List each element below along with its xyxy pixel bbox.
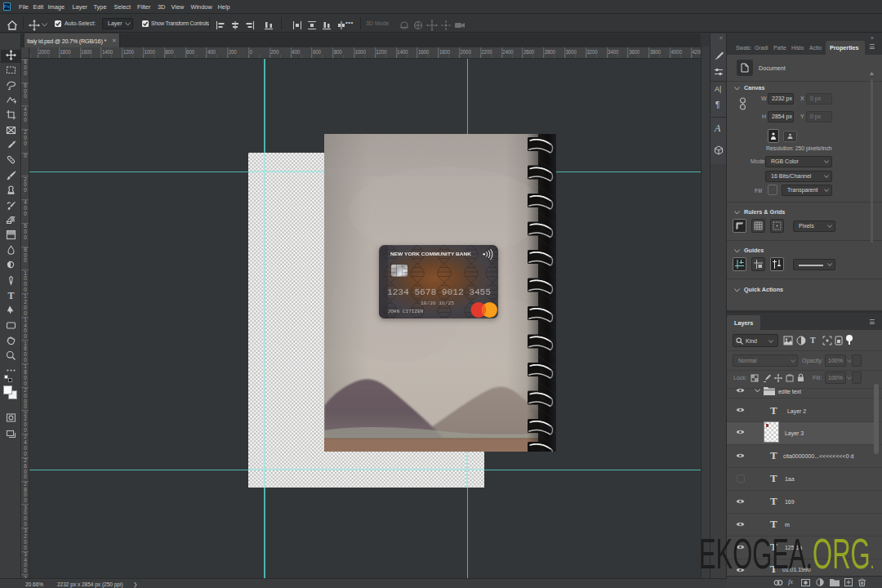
svg-text:NEW YORK COMMUNITY BANK: NEW YORK COMMUNITY BANK [390,252,472,256]
svg-text:10/20 10/25: 10/20 10/25 [421,301,454,306]
svg-text:JOHN CITIZEN: JOHN CITIZEN [388,309,425,314]
svg-text:T: T [7,290,14,301]
svg-text:1234 5678 9012 3455: 1234 5678 9012 3455 [387,287,491,296]
